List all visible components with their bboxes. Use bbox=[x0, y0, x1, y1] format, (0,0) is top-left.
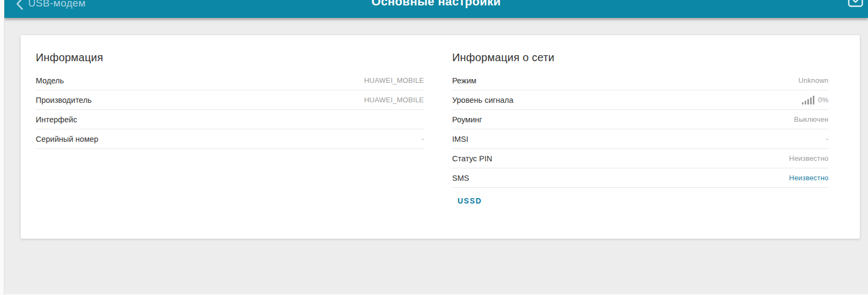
info-row-vendor: Производитель HUAWEI_MOBILE bbox=[36, 90, 424, 110]
info-row-serial: Серийный номер - bbox=[36, 129, 424, 149]
envelope-icon bbox=[848, 0, 863, 9]
row-value: - bbox=[826, 135, 828, 143]
row-value: 0% bbox=[818, 96, 828, 104]
info-row-roaming: Роуминг Выключен bbox=[452, 110, 828, 129]
signal-bars-icon bbox=[802, 96, 814, 104]
info-row-pin-status: Статус PIN Неизвестно bbox=[452, 149, 828, 168]
info-row-signal-level: Уровень сигнала 0% bbox=[452, 90, 828, 110]
info-row-interface: Интерфейс bbox=[36, 110, 424, 129]
signal-value-wrap: 0% bbox=[802, 96, 828, 104]
info-row-model: Модель HUAWEI_MOBILE bbox=[36, 71, 424, 90]
app-header: USB-модем Основные настройки bbox=[4, 0, 868, 18]
section-title: Информация о сети bbox=[452, 51, 828, 64]
section-title: Информация bbox=[36, 51, 424, 64]
section-device-info: Информация Модель HUAWEI_MOBILE Производ… bbox=[36, 51, 424, 149]
row-label: Серийный номер bbox=[36, 135, 99, 143]
row-label: Модель bbox=[36, 76, 64, 85]
left-edge-strip bbox=[0, 0, 4, 295]
modem-info-card: Информация Модель HUAWEI_MOBILE Производ… bbox=[21, 35, 860, 239]
row-label: Статус PIN bbox=[452, 154, 492, 163]
row-value: Неизвестно bbox=[789, 154, 828, 162]
row-value: HUAWEI_MOBILE bbox=[364, 96, 424, 104]
section-network-info: Информация о сети Режим Unknown Уровень … bbox=[452, 51, 828, 206]
row-value: Unknown bbox=[798, 76, 828, 84]
sms-status-link[interactable]: Неизвестно bbox=[789, 174, 828, 182]
row-label: SMS bbox=[452, 174, 469, 182]
page-title: Основные настройки bbox=[4, 0, 868, 9]
notifications-button[interactable] bbox=[848, 0, 863, 7]
row-label: Производитель bbox=[36, 96, 92, 104]
row-label: Интерфейс bbox=[36, 115, 77, 124]
row-value: HUAWEI_MOBILE bbox=[364, 76, 424, 84]
ussd-button[interactable]: USSD bbox=[458, 196, 482, 205]
info-row-sms: SMS Неизвестно bbox=[452, 168, 828, 188]
info-row-imsi: IMSI - bbox=[452, 129, 828, 149]
row-label: Режим bbox=[452, 76, 477, 85]
row-value: - bbox=[421, 135, 424, 143]
info-row-mode: Режим Unknown bbox=[452, 71, 828, 90]
card-grid: Информация Модель HUAWEI_MOBILE Производ… bbox=[36, 51, 828, 206]
row-value: Выключен bbox=[794, 115, 828, 123]
row-label: Уровень сигнала bbox=[452, 96, 513, 104]
row-label: Роуминг bbox=[452, 115, 482, 124]
row-label: IMSI bbox=[452, 135, 468, 143]
